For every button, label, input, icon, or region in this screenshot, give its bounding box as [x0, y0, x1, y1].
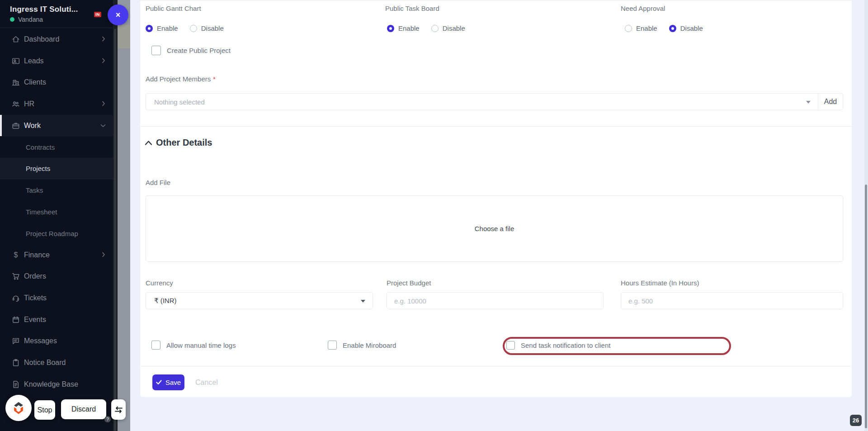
sidebar-item-timesheet[interactable]: Timesheet [0, 201, 113, 223]
sidebar-item-label: Leads [24, 57, 44, 65]
sidebar-item-label: Messages [24, 337, 57, 345]
allow-manual-time-logs-checkbox[interactable]: Allow manual time logs [151, 341, 236, 350]
send-task-notification-checkbox[interactable]: Send task notification to client [506, 341, 610, 350]
chevron-right-icon [101, 100, 106, 108]
chevron-up-icon [145, 140, 152, 146]
add-member-button[interactable]: Add [818, 93, 843, 110]
id-card-icon [11, 57, 20, 66]
radio-icon [190, 25, 197, 32]
swap-panel-button[interactable] [111, 399, 126, 420]
sidebar-item-label: Timesheet [26, 208, 57, 216]
sidebar-item-tickets[interactable]: Tickets [0, 287, 113, 309]
public-gantt-chart-radios: Enable Disable [146, 24, 224, 32]
sidebar-item-label: Contracts [26, 143, 55, 151]
sidebar-item-label: Dashboard [24, 35, 59, 43]
save-button[interactable]: Save [152, 374, 184, 390]
sidebar-item-work[interactable]: Work [0, 115, 113, 137]
enable-miroboard-checkbox[interactable]: Enable Miroboard [328, 341, 396, 350]
gantt-disable-radio[interactable]: Disable [190, 24, 224, 32]
hours-estimate-input[interactable] [621, 292, 843, 309]
sidebar-item-leads[interactable]: Leads [0, 50, 113, 72]
public-gantt-chart-label: Public Gantt Chart [146, 5, 201, 12]
sidebar-item-dashboard[interactable]: Dashboard [0, 28, 113, 50]
sidebar: Ingress IT Soluti... Vandana Dashboard L… [0, 0, 113, 431]
sidebar-item-label: Project Roadmap [26, 230, 78, 237]
help-button[interactable]: ? [104, 416, 111, 422]
sidebar-item-tasks[interactable]: Tasks [0, 180, 113, 201]
radio-selected-icon [146, 25, 153, 32]
need-approval-label: Need Approval [621, 5, 665, 12]
radio-label: Enable [157, 24, 178, 32]
sidebar-item-label: Clients [24, 78, 46, 86]
document-icon [11, 380, 20, 389]
sidebar-item-events[interactable]: Events [0, 309, 113, 331]
currency-value: ₹ (INR) [154, 297, 177, 305]
sidebar-nav: Dashboard Leads Clients HR Work [0, 28, 113, 395]
sidebar-item-label: Knowledge Base [24, 380, 78, 388]
currency-label: Currency [146, 279, 173, 287]
create-public-project-checkbox[interactable]: Create Public Project [151, 46, 231, 55]
radio-selected-icon [669, 25, 676, 32]
discard-button[interactable]: Discard [61, 399, 106, 419]
sidebar-item-orders[interactable]: Orders [0, 266, 113, 288]
project-budget-label: Project Budget [387, 279, 431, 287]
close-overlay-button[interactable]: × [108, 5, 128, 25]
sidebar-item-messages[interactable]: Messages [0, 331, 113, 352]
taskboard-enable-radio[interactable]: Enable [387, 24, 420, 32]
checkbox-label: Enable Miroboard [343, 341, 396, 349]
sidebar-item-finance[interactable]: $ Finance [0, 244, 113, 266]
chevron-right-icon [101, 251, 106, 259]
other-details-toggle[interactable]: Other Details [145, 137, 212, 148]
chevron-right-icon [101, 35, 106, 43]
section-divider [140, 126, 852, 127]
sidebar-item-knowledge-base[interactable]: Knowledge Base [0, 374, 113, 395]
agent-logo-button[interactable] [5, 395, 32, 421]
sidebar-item-contracts[interactable]: Contracts [0, 136, 113, 158]
building-icon [11, 78, 20, 87]
sidebar-item-label: Tasks [26, 186, 43, 194]
panel-scrollbar-thumb[interactable] [114, 29, 116, 431]
headset-icon [11, 294, 20, 303]
in-badge: IN [94, 12, 101, 17]
sidebar-item-label: Tickets [24, 294, 47, 302]
currency-select[interactable]: ₹ (INR) [146, 292, 373, 309]
approval-disable-radio[interactable]: Disable [669, 24, 703, 32]
sidebar-item-projects[interactable]: Projects [0, 158, 113, 180]
project-settings-form: Public Gantt Chart Public Task Board Nee… [140, 0, 852, 397]
home-icon [11, 35, 20, 44]
footer-divider [140, 366, 852, 366]
sidebar-item-hr[interactable]: HR [0, 93, 113, 115]
cancel-button[interactable]: Cancel [195, 379, 218, 387]
close-icon: × [116, 10, 121, 20]
agent-logo-icon [10, 400, 27, 416]
radio-selected-icon [387, 25, 394, 32]
gantt-enable-radio[interactable]: Enable [146, 24, 178, 32]
inner-scrollbar-thumb[interactable] [118, 25, 130, 48]
stop-button[interactable]: Stop [34, 400, 55, 420]
radio-label: Disable [201, 24, 224, 32]
project-budget-input[interactable] [387, 292, 604, 309]
calendar-icon [11, 315, 20, 324]
sidebar-item-project-roadmap[interactable]: Project Roadmap [0, 223, 113, 244]
chevron-right-icon [101, 57, 106, 65]
label-text: Add Project Members [146, 75, 211, 83]
caret-down-icon [806, 101, 811, 104]
page-scrollbar-thumb[interactable] [865, 185, 867, 428]
chat-icon [11, 336, 20, 346]
sidebar-item-clients[interactable]: Clients [0, 71, 113, 93]
clipboard-icon [11, 358, 20, 367]
public-task-board-label: Public Task Board [385, 5, 439, 12]
briefcase-icon [11, 121, 20, 130]
add-file-label: Add File [146, 179, 170, 186]
project-members-select[interactable]: Nothing selected [146, 93, 818, 110]
checkbox-icon [328, 341, 337, 350]
sidebar-item-label: Notice Board [24, 359, 66, 367]
hours-estimate-label: Hours Estimate (In Hours) [621, 279, 699, 287]
radio-label: Enable [398, 24, 420, 32]
radio-label: Enable [636, 24, 657, 32]
file-dropzone[interactable]: Choose a file [146, 195, 843, 262]
swap-arrows-icon [114, 406, 123, 413]
sidebar-item-notice-board[interactable]: Notice Board [0, 352, 113, 374]
approval-enable-radio[interactable]: Enable [625, 24, 657, 32]
taskboard-disable-radio[interactable]: Disable [431, 24, 465, 32]
